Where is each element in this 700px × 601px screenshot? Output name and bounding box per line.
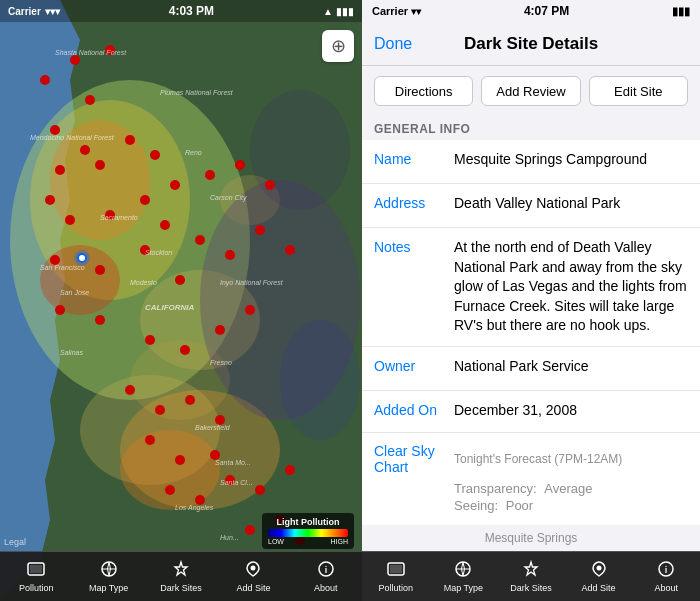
svg-point-40 [285, 245, 295, 255]
compass-icon: ⊕ [331, 35, 346, 57]
svg-point-54 [165, 485, 175, 495]
time-left: 4:03 PM [169, 4, 214, 18]
location-icon-left: ▲ [323, 6, 333, 17]
detail-panel: Carrier ▾▾ 4:07 PM ▮▮▮ Done Dark Site De… [362, 0, 700, 601]
tab-about-left[interactable]: i About [290, 552, 362, 601]
tab-maptype-label: Map Type [89, 583, 128, 593]
darksites-icon [171, 560, 191, 581]
svg-point-47 [125, 385, 135, 395]
svg-point-33 [195, 235, 205, 245]
tab-darksites[interactable]: Dark Sites [145, 552, 217, 601]
svg-marker-88 [175, 562, 187, 575]
battery-icon-left: ▮▮▮ [336, 6, 354, 17]
svg-point-24 [170, 180, 180, 190]
maptype-icon-right [453, 560, 473, 581]
addsite-icon [243, 560, 263, 581]
svg-point-26 [235, 160, 245, 170]
tab-bar-right: Pollution Map Type Dark Sites Add Site i… [362, 551, 700, 601]
tab-about-right[interactable]: i About [632, 552, 700, 601]
svg-point-8 [120, 430, 220, 510]
tab-darksites-right[interactable]: Dark Sites [497, 552, 565, 601]
svg-point-29 [65, 215, 75, 225]
svg-text:San Francisco: San Francisco [40, 264, 85, 271]
added-on-row: Added On December 31, 2008 [362, 391, 700, 432]
page-title: Dark Site Details [464, 34, 598, 54]
status-left-icons: Carrier ▾▾▾ [8, 6, 60, 17]
address-value: Death Valley National Park [454, 194, 688, 214]
tab-pollution-label-right: Pollution [379, 583, 414, 593]
compass-button[interactable]: ⊕ [322, 30, 354, 62]
svg-point-35 [95, 265, 105, 275]
status-right-icons-right: ▮▮▮ [672, 5, 690, 18]
clear-sky-forecast: Tonight's Forecast (7PM-12AM) [454, 452, 622, 466]
svg-point-58 [285, 465, 295, 475]
owner-row: Owner National Park Service [362, 347, 700, 391]
added-on-label: Added On [374, 401, 454, 418]
tab-darksites-label: Dark Sites [160, 583, 202, 593]
svg-text:Santa Cl...: Santa Cl... [220, 479, 253, 486]
tab-addsite[interactable]: Add Site [217, 552, 289, 601]
tab-pollution-right[interactable]: Pollution [362, 552, 430, 601]
svg-point-23 [150, 150, 160, 160]
pollution-icon [26, 560, 46, 581]
add-review-button[interactable]: Add Review [481, 76, 580, 106]
svg-text:Sacramento: Sacramento [100, 214, 138, 221]
svg-point-64 [79, 255, 85, 261]
pollution-legend: Light Pollution LOW HIGH [262, 513, 354, 549]
svg-point-22 [125, 135, 135, 145]
added-on-value: December 31, 2008 [454, 401, 688, 421]
tab-pollution[interactable]: Pollution [0, 552, 72, 601]
done-button[interactable]: Done [374, 35, 412, 53]
svg-point-42 [95, 315, 105, 325]
svg-point-38 [225, 250, 235, 260]
svg-text:CALIFORNIA: CALIFORNIA [145, 303, 195, 312]
legend-bar [268, 529, 348, 537]
seeing-value: Poor [506, 498, 533, 513]
seeing-row: Seeing: Poor [454, 498, 688, 513]
svg-point-49 [185, 395, 195, 405]
svg-point-15 [70, 55, 80, 65]
owner-value: National Park Service [454, 357, 688, 377]
clear-sky-header: Clear Sky Chart Tonight's Forecast (7PM-… [374, 443, 688, 475]
darksites-icon-right [521, 560, 541, 581]
svg-point-51 [145, 435, 155, 445]
legend-labels: LOW HIGH [268, 538, 348, 545]
svg-text:Carson City: Carson City [210, 194, 247, 202]
notes-row: Notes At the north end of Death Valley N… [362, 228, 700, 347]
legend-high: HIGH [331, 538, 349, 545]
mesquite-label: Mesquite Springs [362, 525, 700, 551]
svg-text:Shasta National Forest: Shasta National Forest [55, 49, 127, 56]
about-icon-right: i [656, 560, 676, 581]
edit-site-button[interactable]: Edit Site [589, 76, 688, 106]
svg-point-59 [245, 525, 255, 535]
svg-point-52 [175, 455, 185, 465]
clear-sky-section: Clear Sky Chart Tonight's Forecast (7PM-… [362, 432, 700, 525]
legal-text: Legal [4, 537, 26, 547]
directions-button[interactable]: Directions [374, 76, 473, 106]
transparency-value: Average [544, 481, 592, 496]
tab-addsite-right[interactable]: Add Site [565, 552, 633, 601]
svg-rect-85 [30, 565, 42, 573]
svg-text:Santa Mo...: Santa Mo... [215, 459, 251, 466]
tab-about-label-right: About [654, 583, 678, 593]
action-buttons: Directions Add Review Edit Site [362, 66, 700, 116]
svg-point-25 [205, 170, 215, 180]
detail-list: Name Mesquite Springs Campground Address… [362, 140, 700, 432]
carrier-right: Carrier ▾▾ [372, 5, 421, 17]
tab-addsite-label-right: Add Site [582, 583, 616, 593]
address-row: Address Death Valley National Park [362, 184, 700, 228]
carrier-text-right: Carrier [372, 5, 408, 17]
svg-point-41 [55, 305, 65, 315]
battery-icon-right: ▮▮▮ [672, 5, 690, 18]
tab-maptype[interactable]: Map Type [72, 552, 144, 601]
svg-point-89 [251, 566, 256, 571]
svg-point-43 [145, 335, 155, 345]
svg-text:Salinas: Salinas [60, 349, 83, 356]
carrier-left: Carrier [8, 6, 41, 17]
status-right-icons-left: ▲ ▮▮▮ [323, 6, 354, 17]
tab-darksites-label-right: Dark Sites [510, 583, 552, 593]
svg-text:Mendocino National Forest: Mendocino National Forest [30, 134, 115, 141]
tab-maptype-right[interactable]: Map Type [430, 552, 498, 601]
name-row: Name Mesquite Springs Campground [362, 140, 700, 184]
svg-text:San Jose: San Jose [60, 289, 89, 296]
